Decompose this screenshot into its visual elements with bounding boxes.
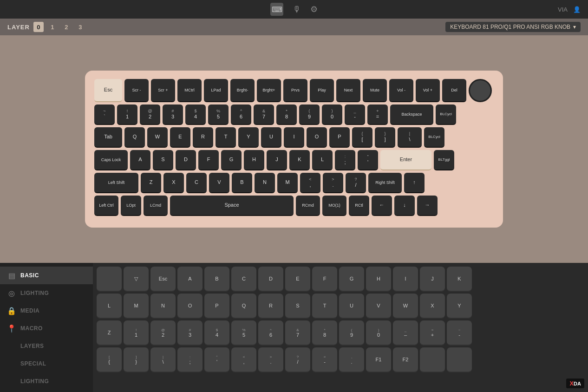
gear-icon[interactable]: ⚙: [310, 4, 318, 14]
key-r[interactable]: R: [193, 127, 213, 148]
km-plus[interactable]: =+: [420, 320, 445, 346]
key-0[interactable]: )0: [322, 105, 342, 125]
km-s[interactable]: S: [285, 294, 310, 319]
km-dquote[interactable]: "': [204, 347, 229, 372]
km-question[interactable]: ?/: [285, 347, 310, 372]
key-5[interactable]: %5: [208, 105, 229, 125]
key-slash[interactable]: ?/: [346, 173, 366, 193]
key-play[interactable]: Play: [310, 79, 334, 102]
key-p[interactable]: P: [329, 127, 350, 148]
key-n[interactable]: N: [255, 173, 275, 193]
key-t[interactable]: T: [216, 127, 236, 148]
km-amp[interactable]: &7: [285, 320, 310, 346]
knob[interactable]: [469, 79, 492, 102]
sidebar-item-layers[interactable]: LAYERS: [0, 337, 93, 355]
key-scr-minus[interactable]: Scr -: [124, 79, 149, 102]
km-comma[interactable]: ,.: [339, 347, 364, 372]
key-lopt[interactable]: LOpt: [121, 196, 141, 216]
km-k[interactable]: K: [447, 267, 472, 292]
key-a[interactable]: A: [130, 150, 150, 170]
mic-icon[interactable]: 🎙: [293, 5, 301, 14]
km-e[interactable]: E: [285, 267, 310, 292]
key-j[interactable]: J: [267, 150, 287, 170]
key-8[interactable]: *8: [276, 105, 297, 125]
km-exclam[interactable]: !1: [124, 320, 149, 346]
key-4[interactable]: $4: [185, 105, 206, 125]
km-t[interactable]: T: [312, 294, 337, 319]
km-eq[interactable]: =-: [312, 347, 337, 372]
km-h[interactable]: H: [366, 267, 391, 292]
sidebar-item-custom[interactable]: CUSTOM: [0, 390, 93, 392]
km-trns[interactable]: ▽: [124, 267, 149, 292]
key-rcmd[interactable]: RCmd: [296, 196, 320, 216]
layer-3[interactable]: 3: [75, 22, 85, 32]
km-pipe[interactable]: |\: [150, 347, 176, 372]
key-lpad[interactable]: LPad: [204, 79, 228, 102]
key-1[interactable]: !1: [117, 105, 137, 125]
km-caret[interactable]: ^6: [258, 320, 283, 346]
km-d[interactable]: D: [258, 267, 283, 292]
key-b[interactable]: B: [232, 173, 252, 193]
sidebar-item-macro[interactable]: 📍 MACRO: [0, 320, 93, 337]
km-b[interactable]: B: [204, 267, 229, 292]
layer-1[interactable]: 1: [47, 22, 58, 32]
key-mute[interactable]: Mute: [363, 79, 387, 102]
key-s[interactable]: S: [153, 150, 173, 170]
keyboard-selector[interactable]: KEYBOARD 81 PRO/Q1 PRO ANSI RGB KNOB ▾: [445, 22, 581, 32]
key-enter[interactable]: Enter: [380, 150, 431, 170]
key-3[interactable]: #3: [163, 105, 183, 125]
km-y[interactable]: Y: [447, 294, 472, 319]
sidebar-item-lighting[interactable]: ◎ LIGHTING: [0, 284, 93, 302]
key-brght-minus[interactable]: Brght-: [230, 79, 255, 102]
km-at[interactable]: @2: [150, 320, 176, 346]
km-i[interactable]: I: [393, 267, 418, 292]
km-v[interactable]: V: [366, 294, 391, 319]
key-quote[interactable]: "': [358, 150, 378, 170]
key-e[interactable]: E: [170, 127, 190, 148]
key-q[interactable]: Q: [124, 127, 145, 148]
key-mo1[interactable]: MO(1): [322, 196, 346, 216]
key-i[interactable]: I: [284, 127, 304, 148]
key-2[interactable]: @2: [140, 105, 160, 125]
km-u[interactable]: U: [339, 294, 364, 319]
key-z[interactable]: Z: [141, 173, 161, 193]
key-vol-plus[interactable]: Vol +: [416, 79, 440, 102]
km-rbrace[interactable]: ]}: [124, 347, 149, 372]
key-f[interactable]: F: [198, 150, 219, 170]
km-o[interactable]: O: [177, 294, 203, 319]
key-right-shift[interactable]: Right Shift: [368, 173, 402, 193]
key-h[interactable]: H: [244, 150, 264, 170]
key-rctl[interactable]: RCtl: [349, 196, 369, 216]
sidebar-item-lighting2[interactable]: LIGHTING: [0, 372, 93, 390]
key-d[interactable]: D: [176, 150, 196, 170]
sidebar-item-special[interactable]: SPECIAL: [0, 355, 93, 372]
km-lt[interactable]: <,: [231, 347, 256, 372]
keyboard-icon[interactable]: ⌨: [270, 3, 283, 16]
km-lparen[interactable]: (9: [339, 320, 364, 346]
km-f[interactable]: F: [312, 267, 337, 292]
key-k[interactable]: K: [289, 150, 310, 170]
km-l[interactable]: L: [97, 294, 122, 319]
km-rparen[interactable]: )0: [366, 320, 391, 346]
km-lbrace[interactable]: [{: [97, 347, 122, 372]
km-percent[interactable]: %5: [231, 320, 256, 346]
key-u[interactable]: U: [261, 127, 281, 148]
km-q[interactable]: Q: [231, 294, 256, 319]
user-icon[interactable]: 👤: [573, 6, 581, 13]
km-a[interactable]: A: [177, 267, 203, 292]
km-g[interactable]: G: [339, 267, 364, 292]
key-esc[interactable]: Esc: [94, 79, 122, 102]
sidebar-item-media[interactable]: 🔒 MEDIA: [0, 302, 93, 320]
key-brght-plus[interactable]: Brght+: [257, 79, 281, 102]
key-o[interactable]: O: [307, 127, 327, 148]
key-prvs[interactable]: Prvs: [283, 79, 307, 102]
key-period[interactable]: >.: [323, 173, 343, 193]
layer-0[interactable]: 0: [33, 22, 44, 32]
km-esc[interactable]: Esc: [150, 267, 176, 292]
key-minus[interactable]: _-: [345, 105, 365, 125]
km-n[interactable]: N: [150, 294, 176, 319]
key-w[interactable]: W: [147, 127, 168, 148]
sidebar-item-basic[interactable]: ▤ BASIC: [0, 267, 93, 284]
key-left-ctrl[interactable]: Left Ctrl: [94, 196, 118, 216]
key-6[interactable]: ^6: [231, 105, 251, 125]
